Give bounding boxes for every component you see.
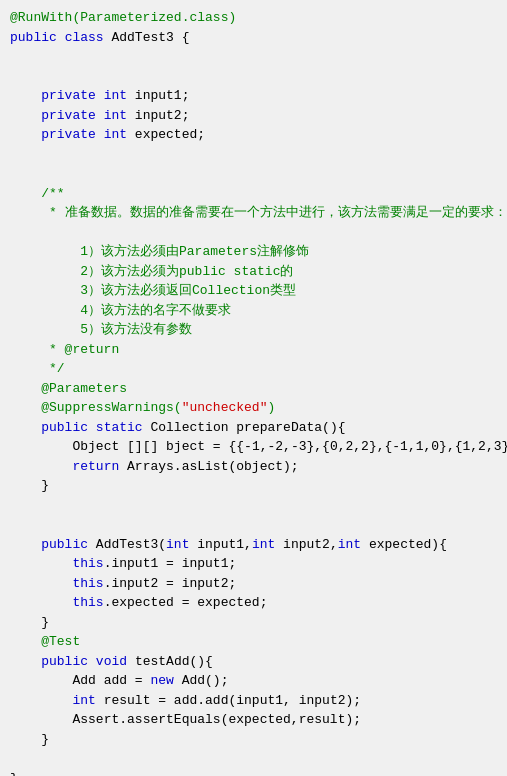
line-14: 2）该方法必须为public static的 <box>10 262 497 282</box>
line-19: */ <box>10 359 497 379</box>
line-4 <box>10 67 497 87</box>
line-33: @Test <box>10 632 497 652</box>
line-39 <box>10 749 497 769</box>
code-editor: @RunWith(Parameterized.class) public cla… <box>0 0 507 776</box>
line-6: private int input2; <box>10 106 497 126</box>
line-16: 4）该方法的名字不做要求 <box>10 301 497 321</box>
line-23: Object [][] bject = {{-1,-2,-3},{0,2,2},… <box>10 437 497 457</box>
line-13: 1）该方法必须由Parameters注解修饰 <box>10 242 497 262</box>
line-31: this.expected = expected; <box>10 593 497 613</box>
line-7: private int expected; <box>10 125 497 145</box>
line-40: } <box>10 769 497 777</box>
line-11: * 准备数据。数据的准备需要在一个方法中进行，该方法需要满足一定的要求： <box>10 203 497 223</box>
line-29: this.input1 = input1; <box>10 554 497 574</box>
line-10: /** <box>10 184 497 204</box>
line-17: 5）该方法没有参数 <box>10 320 497 340</box>
line-30: this.input2 = input2; <box>10 574 497 594</box>
line-34: public void testAdd(){ <box>10 652 497 672</box>
line-21: @SuppressWarnings("unchecked") <box>10 398 497 418</box>
line-15: 3）该方法必须返回Collection类型 <box>10 281 497 301</box>
line-3 <box>10 47 497 67</box>
line-12 <box>10 223 497 243</box>
line-26 <box>10 496 497 516</box>
line-25: } <box>10 476 497 496</box>
line-35: Add add = new Add(); <box>10 671 497 691</box>
line-27 <box>10 515 497 535</box>
line-2: public class AddTest3 { <box>10 28 497 48</box>
line-9 <box>10 164 497 184</box>
line-22: public static Collection prepareData(){ <box>10 418 497 438</box>
line-24: return Arrays.asList(object); <box>10 457 497 477</box>
line-18: * @return <box>10 340 497 360</box>
line-8 <box>10 145 497 165</box>
line-28: public AddTest3(int input1,int input2,in… <box>10 535 497 555</box>
line-1: @RunWith(Parameterized.class) <box>10 8 497 28</box>
line-37: Assert.assertEquals(expected,result); <box>10 710 497 730</box>
line-36: int result = add.add(input1, input2); <box>10 691 497 711</box>
line-5: private int input1; <box>10 86 497 106</box>
line-32: } <box>10 613 497 633</box>
line-38: } <box>10 730 497 750</box>
line-20: @Parameters <box>10 379 497 399</box>
